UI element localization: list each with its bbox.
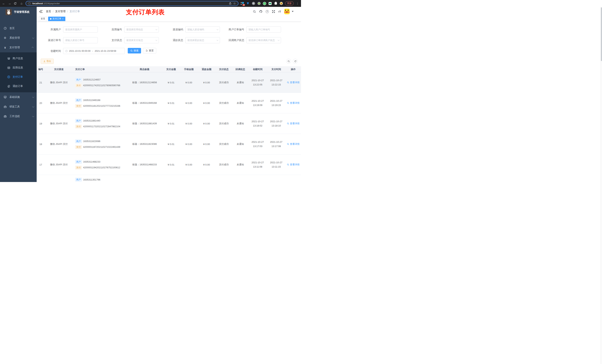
extension-gem-icon[interactable]: [246, 2, 249, 5]
search-button[interactable]: 搜索: [128, 48, 141, 53]
browser-chrome: ← → ⌂ i localhost:1024/pay/order ☆ 10 ⌘ …: [0, 0, 301, 7]
export-button[interactable]: 导出: [41, 59, 54, 64]
filter-label: 所属商户: [37, 28, 63, 31]
browser-menu-icon[interactable]: ⋮: [296, 2, 299, 5]
cell-fee: ¥ 0.00: [180, 134, 198, 154]
channel-code-select[interactable]: 请输入渠道编码: [185, 26, 220, 32]
font-size-icon[interactable]: TT: [278, 10, 281, 13]
tag-close-icon[interactable]: ×: [62, 18, 64, 20]
sidebar-item-label: 首页: [10, 27, 34, 30]
sidebar-item-pay[interactable]: ¥ 支付管理: [0, 43, 37, 52]
extension-y-icon[interactable]: y: [263, 2, 266, 5]
page-title-annotation: 支付订单列表: [126, 8, 165, 16]
sidebar-item-merchant-info[interactable]: 商户信息: [0, 54, 37, 63]
view-detail-link[interactable]: 查看详情: [285, 113, 301, 134]
extension-record-icon[interactable]: [257, 2, 261, 5]
cell-channel: 微信 JSAPI 支付: [45, 134, 73, 154]
sidebar-item-pay-order[interactable]: ¥ 支付订单: [0, 72, 37, 82]
placeholder: 请输入渠道编码: [187, 28, 215, 31]
view-detail-link[interactable]: 查看详情: [285, 134, 301, 154]
pay-order-no: 4200001167202110271022491439: [83, 146, 120, 148]
sidebar-item-system[interactable]: ⚙ 系统管理: [0, 33, 37, 43]
callback-status-select[interactable]: 请选择订单回调商户状态: [246, 37, 281, 43]
app-select[interactable]: 请选择应用信息: [124, 26, 159, 32]
url-host: localhost: [32, 2, 43, 5]
clock-icon: [65, 50, 68, 52]
sidebar-item-workflow[interactable]: 工作流程: [0, 112, 37, 121]
sidebar-item-home[interactable]: 首页: [0, 23, 37, 33]
tag-pay-order[interactable]: 支付订单 ×: [48, 17, 65, 21]
browser-back-icon[interactable]: ←: [2, 2, 6, 5]
sidebar-item-dev-tools[interactable]: 研发工具: [0, 102, 37, 112]
cell-channel: 微信 JSAPI 支付: [45, 93, 73, 113]
extension-sketch-icon[interactable]: 10: [241, 2, 244, 5]
col-header-id: 编号: [37, 67, 45, 72]
browser-reload-icon[interactable]: [14, 2, 17, 5]
browser-home-icon[interactable]: ⌂: [20, 2, 23, 5]
gear-icon: ⚙: [3, 36, 7, 40]
sidebar-item-refund-order[interactable]: 退款订单: [0, 82, 37, 91]
merchant-tag: 商户: [75, 178, 82, 181]
extension-emoji-icon[interactable]: [280, 2, 283, 5]
cell-id: 19: [37, 113, 45, 134]
hamburger-icon[interactable]: [39, 10, 43, 13]
chevron-down-icon: [32, 96, 34, 98]
channel-order-no-input[interactable]: 请输入渠道订单号: [63, 37, 98, 43]
pay-tag: 支付: [75, 145, 82, 149]
filter-label: 应用编号: [98, 28, 124, 31]
browser-update-button[interactable]: 更新: [285, 1, 294, 6]
reset-button[interactable]: 重置: [143, 48, 156, 53]
placeholder: 请选择所属商户: [65, 28, 96, 31]
merchant-order-no: 1635311881440: [83, 119, 100, 122]
cell-create-time: 2021-10-2713:11:08: [248, 155, 267, 175]
chevron-down-icon: [155, 39, 157, 41]
pay-status-select[interactable]: 请选择支付状态: [124, 37, 159, 43]
extension-puzzle-icon[interactable]: [274, 2, 277, 5]
filter-label: 创建时间: [37, 49, 63, 53]
extension-chat-icon[interactable]: [269, 2, 272, 5]
view-detail-link[interactable]: 查看详情: [285, 155, 301, 175]
extension-command-icon[interactable]: ⌘: [252, 2, 255, 5]
merchant-input[interactable]: 请选择所属商户: [63, 26, 98, 32]
page-info-icon[interactable]: i: [28, 2, 31, 5]
avatar-caret-icon[interactable]: [292, 11, 294, 12]
cell-channel: 微信 JSAPI 支付: [45, 155, 73, 175]
merchant-tag: 商户: [75, 78, 82, 82]
app-title: 芋道管理系统: [14, 10, 29, 14]
pay-tag: 支付: [75, 125, 82, 128]
help-icon[interactable]: ?: [266, 10, 269, 13]
extension-badge: 10: [243, 4, 245, 6]
pay-submenu: 商户信息 应用信息 ¥ 支付订单: [0, 52, 37, 92]
cell-id: 20: [37, 93, 45, 113]
view-detail-link[interactable]: 查看详情: [285, 72, 301, 93]
cell-fee: ¥ 0.00: [180, 93, 198, 113]
avatar[interactable]: [284, 9, 290, 14]
github-icon[interactable]: [259, 10, 262, 13]
address-bar[interactable]: i localhost:1024/pay/order ☆: [26, 1, 238, 6]
show-search-toggle-button[interactable]: [286, 59, 291, 64]
fullscreen-icon[interactable]: [272, 10, 275, 13]
view-detail-link[interactable]: 查看详情: [285, 93, 301, 113]
search-icon[interactable]: [253, 10, 256, 13]
app-logo-row: 芋道管理系统: [0, 7, 37, 17]
svg-text:¥: ¥: [8, 76, 9, 78]
tag-home[interactable]: 首页: [39, 17, 47, 21]
breadcrumb-pay[interactable]: 支付管理: [55, 10, 65, 13]
refund-status-select[interactable]: 请选择退款状态: [185, 37, 220, 43]
sidebar-item-app-info[interactable]: 应用信息: [0, 63, 37, 72]
tag-label: 首页: [41, 17, 45, 20]
filter-create-time: 创建时间: [37, 48, 63, 54]
sidebar-item-infra[interactable]: 基础设施: [0, 92, 37, 102]
col-header-refund: 退款金额: [198, 67, 215, 72]
browser-forward-icon[interactable]: →: [8, 2, 11, 5]
pay-order-no: 4200001174202110278060590766: [83, 84, 120, 87]
cell-fee: ¥ 0.00: [180, 155, 198, 175]
bookmark-star-icon[interactable]: ☆: [233, 2, 236, 5]
create-time-range-picker[interactable]: 2021-10-01 00:00:00 - 2021-10-31 23:59:5…: [63, 48, 125, 54]
refresh-table-button[interactable]: [293, 59, 298, 64]
share-icon[interactable]: [229, 2, 232, 5]
monitor-chart-icon: [3, 96, 7, 99]
filter-app: 应用编号 请选择应用信息: [98, 26, 159, 32]
merchant-order-no-input[interactable]: 请输入商户订单编号: [246, 26, 281, 32]
breadcrumb-home[interactable]: 首页: [46, 10, 51, 13]
